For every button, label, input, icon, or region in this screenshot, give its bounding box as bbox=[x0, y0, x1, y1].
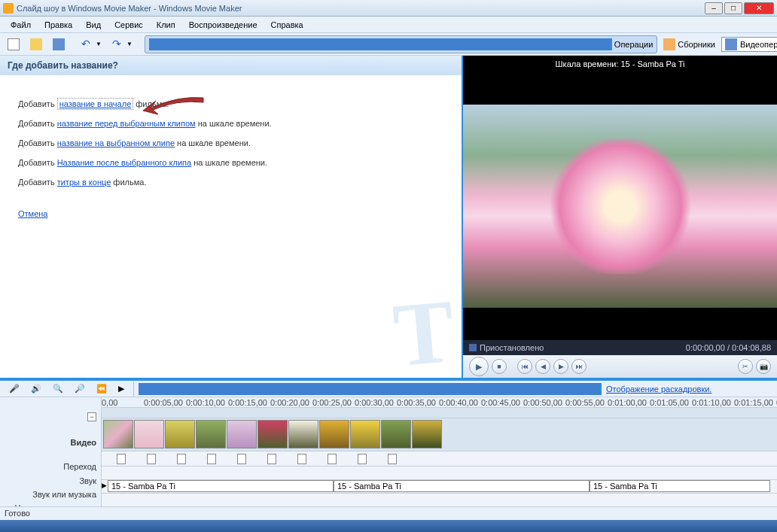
track-label-video: Видео bbox=[0, 426, 101, 459]
audio-levels-button[interactable]: 🔊 bbox=[26, 381, 46, 397]
redo-button[interactable]: ↷▼ bbox=[108, 35, 137, 53]
preview-status-bar: Приостановлено 0:00:00,00 / 0:04:08,88 bbox=[463, 340, 777, 355]
save-button[interactable] bbox=[48, 35, 69, 53]
narrate-button[interactable]: 🎤 bbox=[5, 381, 24, 397]
transition-clip[interactable] bbox=[267, 454, 276, 464]
rewind-button[interactable]: ⏪ bbox=[92, 381, 111, 397]
video-clip[interactable] bbox=[196, 420, 226, 448]
storyboard-icon bbox=[139, 383, 602, 395]
title-option-on: Добавить название на выбранном клипе на … bbox=[18, 138, 443, 147]
transition-clip[interactable] bbox=[147, 454, 156, 464]
preview-status: Приостановлено bbox=[480, 343, 544, 352]
transition-clip[interactable] bbox=[237, 454, 246, 464]
video-clip[interactable] bbox=[412, 420, 442, 448]
track-label-transition: Переход bbox=[0, 459, 101, 474]
app-icon bbox=[3, 3, 14, 14]
video-clip[interactable] bbox=[288, 420, 318, 448]
title-option-credits: Добавить титры в конце фильма. bbox=[18, 178, 443, 187]
combo-value: Видеопереходы bbox=[740, 40, 777, 49]
music-clip[interactable]: 15 - Samba Pa Ti bbox=[108, 480, 334, 492]
windows-taskbar[interactable] bbox=[0, 520, 777, 532]
video-track[interactable] bbox=[102, 418, 777, 451]
title-option-begin: Добавить название в начале фильма. bbox=[18, 99, 443, 108]
overlay-track[interactable] bbox=[102, 494, 777, 507]
preview-title: Шкала времени: 15 - Samba Pa Ti bbox=[463, 56, 777, 72]
timeline-content[interactable]: 0,000:00:05,000:00:10,000:00:15,000:00:2… bbox=[102, 397, 777, 518]
menu-help[interactable]: Справка bbox=[265, 19, 309, 31]
timeline-toolbar: 🎤 🔊 🔍 🔎 ⏪ ▶ Отображение раскадровки. bbox=[0, 381, 777, 397]
show-storyboard-link[interactable]: Отображение раскадровки. bbox=[606, 385, 711, 394]
toolbar: ↶▼ ↷▼ Операции Сборники Видеопереходы ▼ … bbox=[0, 33, 777, 56]
menubar: Файл Правка Вид Сервис Клип Воспроизведе… bbox=[0, 17, 777, 33]
track-labels: − Видео Переход Звук Звук или музыка Нал… bbox=[0, 397, 102, 518]
preview-timecode: 0:00:00,00 / 0:04:08,88 bbox=[686, 343, 771, 352]
link-title-before[interactable]: название перед выбранным клипом bbox=[57, 119, 196, 128]
video-clip[interactable] bbox=[134, 420, 164, 448]
video-clip[interactable] bbox=[319, 420, 349, 448]
play-timeline-button[interactable]: ▶ bbox=[114, 381, 129, 397]
timeline: − Видео Переход Звук Звук или музыка Нал… bbox=[0, 397, 777, 518]
prev-button[interactable]: ⏮ bbox=[517, 359, 532, 374]
tasks-button[interactable]: Операции bbox=[145, 35, 657, 53]
preview-video bbox=[463, 72, 777, 340]
tasks-pane: Где добавить название? T Добавить назван… bbox=[0, 56, 463, 378]
collection-combo[interactable]: Видеопереходы ▼ bbox=[721, 37, 777, 52]
video-clip[interactable] bbox=[257, 420, 288, 448]
status-bar: Готово bbox=[0, 506, 777, 520]
transition-clip[interactable] bbox=[388, 454, 397, 464]
titlebar: Слайд шоу в Windows Movie Maker - Window… bbox=[0, 0, 777, 17]
video-clip[interactable] bbox=[227, 420, 257, 448]
split-button[interactable]: ✂ bbox=[738, 359, 753, 374]
play-button[interactable]: ▶ bbox=[469, 357, 489, 376]
time-ruler[interactable]: 0,000:00:05,000:00:10,000:00:15,000:00:2… bbox=[102, 397, 777, 408]
step-back-button[interactable]: ◀ bbox=[535, 359, 550, 374]
title-option-after: Добавить Название после выбранного клипа… bbox=[18, 158, 443, 167]
menu-play[interactable]: Воспроизведение bbox=[183, 19, 264, 31]
link-title-begin[interactable]: название в начале bbox=[57, 98, 134, 110]
maximize-button[interactable]: □ bbox=[724, 2, 742, 14]
minimize-button[interactable]: – bbox=[705, 2, 723, 14]
menu-file[interactable]: Файл bbox=[5, 19, 37, 31]
link-title-on[interactable]: название на выбранном клипе bbox=[57, 138, 175, 147]
video-clip[interactable] bbox=[350, 420, 380, 448]
close-button[interactable]: ✕ bbox=[744, 2, 774, 14]
menu-service[interactable]: Сервис bbox=[108, 19, 149, 31]
snapshot-button[interactable]: 📷 bbox=[756, 359, 771, 374]
cancel-link[interactable]: Отмена bbox=[18, 209, 47, 218]
step-fwd-button[interactable]: ▶ bbox=[553, 359, 568, 374]
undo-button[interactable]: ↶▼ bbox=[77, 35, 106, 53]
video-clip[interactable] bbox=[103, 420, 133, 448]
transition-clip[interactable] bbox=[177, 454, 186, 464]
menu-view[interactable]: Вид bbox=[80, 19, 107, 31]
zoom-out-button[interactable]: 🔎 bbox=[70, 381, 90, 397]
music-clip[interactable]: 15 - Samba Pa Ti bbox=[590, 480, 770, 492]
open-button[interactable] bbox=[26, 35, 47, 53]
transition-clip[interactable] bbox=[297, 454, 306, 464]
pause-icon bbox=[469, 344, 477, 351]
sound-track[interactable] bbox=[102, 467, 777, 480]
transition-track[interactable] bbox=[102, 451, 777, 467]
new-button[interactable] bbox=[3, 35, 24, 53]
preview-pane: Шкала времени: 15 - Samba Pa Ti Приостан… bbox=[463, 56, 777, 378]
transition-clip[interactable] bbox=[207, 454, 216, 464]
menu-clip[interactable]: Клип bbox=[151, 19, 181, 31]
link-credits[interactable]: титры в конце bbox=[57, 178, 111, 187]
video-clip[interactable] bbox=[381, 420, 411, 448]
next-button[interactable]: ⏭ bbox=[571, 359, 587, 374]
stop-button[interactable]: ■ bbox=[492, 359, 507, 374]
transition-clip[interactable] bbox=[328, 454, 337, 464]
menu-edit[interactable]: Правка bbox=[38, 19, 78, 31]
track-label-music: Звук или музыка bbox=[0, 488, 101, 501]
link-title-after[interactable]: Название после выбранного клипа bbox=[57, 158, 191, 167]
music-clip[interactable]: 15 - Samba Pa Ti bbox=[334, 480, 590, 492]
collapse-video-button[interactable]: − bbox=[87, 412, 96, 421]
transition-clip[interactable] bbox=[117, 454, 126, 464]
watermark-t: T bbox=[389, 279, 459, 378]
video-clip[interactable] bbox=[165, 420, 195, 448]
window-title: Слайд шоу в Windows Movie Maker - Window… bbox=[17, 4, 705, 13]
collections-button[interactable]: Сборники bbox=[659, 35, 720, 53]
music-track[interactable]: ▶ 15 - Samba Pa Ti 15 - Samba Pa Ti 15 -… bbox=[102, 480, 777, 494]
preview-controls: ▶ ■ ⏮ ◀ ▶ ⏭ ✂ 📷 bbox=[463, 355, 777, 378]
zoom-in-button[interactable]: 🔍 bbox=[48, 381, 68, 397]
transition-clip[interactable] bbox=[358, 454, 367, 464]
